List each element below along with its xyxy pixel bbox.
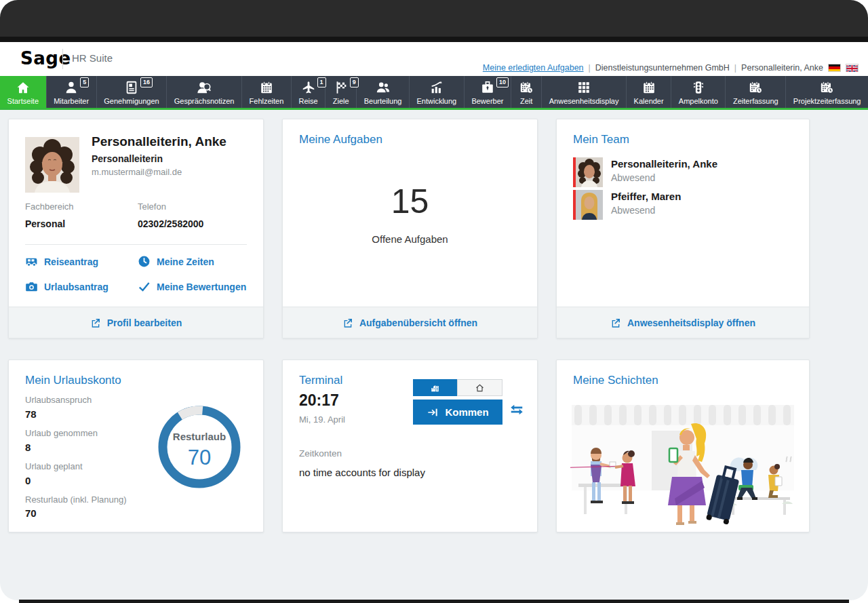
open-tasks-label: Offene Aufgaben	[283, 233, 537, 245]
window-bottom-edge	[19, 600, 849, 603]
team-card: Mein Team Personalleiterin, Anke Abwesen…	[556, 119, 810, 338]
company-name: Dienstleistungsunternehmen GmbH	[595, 63, 730, 73]
nav-anwesenheitsdisplay[interactable]: Anwesenheitsdisplay	[542, 76, 627, 108]
vacation-stats: Urlaubsanspruch78 Urlaub genommen8 Urlau…	[25, 394, 127, 526]
calendar-clock-icon	[819, 80, 835, 95]
uk-flag-icon[interactable]	[846, 64, 859, 72]
main-nav: Startseite 5 Mitarbeiter 16 Genehmigunge…	[0, 76, 868, 110]
open-tasks-overview-link[interactable]: Aufgabenübersicht öffnen	[342, 317, 477, 328]
terminal-card: Terminal 20:17 Mi, 19. April Kommen	[282, 359, 538, 532]
nav-kalender[interactable]: Kalender	[627, 76, 671, 108]
nav-projektzeiterfassung[interactable]: Projektzeiterfassung	[786, 76, 868, 108]
kommen-button[interactable]: Kommen	[413, 400, 502, 425]
sage-logo: Sage	[20, 48, 71, 69]
header-links: Meine erledigten Aufgaben | Dienstleistu…	[483, 63, 859, 73]
nav-mitarbeiter[interactable]: 5 Mitarbeiter	[47, 76, 97, 108]
camera-icon	[25, 280, 38, 293]
time-accounts-empty-text: no time accounts for display	[299, 467, 425, 478]
browser-titlebar	[0, 0, 868, 37]
nav-gespraechsnotizen[interactable]: Gesprächsnotizen	[167, 76, 242, 108]
card-title: Mein Urlaubskonto	[25, 374, 121, 387]
stat-label: Urlaub genommen	[25, 427, 127, 440]
home-office-toggle[interactable]	[457, 379, 502, 396]
vacation-donut-chart: Resturlaub 70	[153, 401, 245, 493]
member-name: Pfeiffer, Maren	[611, 191, 681, 202]
badge: 1	[317, 77, 326, 87]
nav-zeit[interactable]: Zeit	[511, 76, 542, 108]
stat-label: Resturlaub (inkl. Planung)	[25, 494, 127, 507]
nav-entwicklung[interactable]: Entwicklung	[410, 76, 465, 108]
profile-name: Personalleiterin, Anke	[92, 134, 226, 149]
field-label: Fachbereich	[25, 201, 74, 212]
member-status: Abwesend	[611, 172, 717, 183]
member-status: Abwesend	[611, 205, 681, 216]
team-member-row[interactable]: Pfeiffer, Maren Abwesend	[573, 190, 681, 220]
urlaubsantrag-link[interactable]: Urlaubsantrag	[25, 280, 108, 293]
card-title: Meine Schichten	[573, 374, 658, 387]
done-tasks-link[interactable]: Meine erledigten Aufgaben	[483, 63, 584, 73]
document-icon	[124, 80, 139, 95]
login-arrow-icon	[427, 407, 439, 418]
member-photo	[576, 190, 603, 220]
nav-ampelkonto[interactable]: Ampelkonto	[671, 76, 726, 108]
open-presence-display-link[interactable]: Anwesenheitsdisplay öffnen	[610, 317, 755, 328]
app-window: Sage HR Suite Meine erledigten Aufgaben …	[0, 0, 868, 600]
nav-fehlzeiten[interactable]: Fehlzeiten	[242, 76, 292, 108]
terminal-date: Mi, 19. April	[299, 414, 345, 425]
external-link-icon	[90, 317, 101, 328]
traffic-light-icon	[691, 80, 706, 95]
stat-value: 8	[25, 440, 127, 454]
grid-icon	[576, 80, 591, 95]
nav-beurteilung[interactable]: Beurteilung	[357, 76, 410, 108]
card-footer: Profil bearbeiten	[9, 307, 263, 338]
home-icon	[16, 80, 31, 95]
field-label: Telefon	[138, 201, 166, 212]
swap-direction-icon[interactable]	[509, 402, 524, 420]
nav-genehmigungen[interactable]: 16 Genehmigungen	[97, 76, 167, 108]
stat-value: 70	[25, 506, 127, 520]
reiseantrag-link[interactable]: Reiseantrag	[25, 255, 98, 268]
chart-icon	[429, 80, 444, 95]
german-flag-icon[interactable]	[828, 64, 841, 72]
tasks-card: Meine Aufgaben 15 Offene Aufgaben Aufgab…	[282, 119, 538, 338]
card-title: Terminal	[299, 374, 342, 387]
card-footer: Aufgabenübersicht öffnen	[283, 307, 537, 338]
office-toggle[interactable]	[413, 379, 457, 396]
card-title: Meine Aufgaben	[299, 133, 382, 147]
app-header: Sage HR Suite Meine erledigten Aufgaben …	[0, 42, 868, 76]
dashboard: Personalleiterin, Anke Personalleiterin …	[0, 110, 868, 600]
open-tasks-count: 15	[283, 182, 537, 221]
stat-value: 0	[25, 473, 127, 488]
bus-icon	[25, 255, 38, 268]
terminal-time: 20:17	[299, 391, 339, 410]
calendar-icon	[642, 80, 656, 95]
logo-divider	[62, 49, 63, 69]
donut-center-label: Resturlaub	[153, 431, 245, 442]
calendar-clock-icon	[748, 80, 764, 95]
meine-bewertungen-link[interactable]: Meine Bewertungen	[138, 280, 246, 293]
edit-profile-link[interactable]: Profil bearbeiten	[90, 317, 182, 328]
stat-label: Urlaub geplant	[25, 461, 127, 473]
shifts-card: Meine Schichten	[556, 359, 810, 532]
nav-bewerber[interactable]: 10 Bewerber	[465, 76, 511, 108]
briefcase-icon	[480, 80, 495, 95]
nav-zeiterfassung[interactable]: Zeiterfassung	[726, 76, 786, 108]
person-icon	[64, 80, 79, 95]
badge: 10	[496, 77, 509, 87]
card-footer: Anwesenheitsdisplay öffnen	[557, 307, 809, 338]
divider	[25, 244, 247, 245]
donut-center-value: 70	[153, 446, 245, 470]
nav-startseite[interactable]: Startseite	[0, 76, 47, 108]
stat-value: 78	[25, 407, 127, 421]
team-member-row[interactable]: Personalleiterin, Anke Abwesend	[573, 157, 717, 187]
checkered-flag-icon	[334, 80, 349, 95]
badge: 16	[140, 77, 153, 87]
member-photo	[576, 157, 603, 187]
product-name: HR Suite	[72, 52, 113, 64]
nav-ziele[interactable]: 9 Ziele	[326, 76, 357, 108]
check-icon	[138, 280, 151, 293]
nav-reise[interactable]: 1 Reise	[292, 76, 326, 108]
meine-zeiten-link[interactable]: Meine Zeiten	[138, 255, 214, 268]
member-name: Personalleiterin, Anke	[611, 158, 717, 170]
stat-label: Urlaubsanspruch	[25, 394, 127, 407]
